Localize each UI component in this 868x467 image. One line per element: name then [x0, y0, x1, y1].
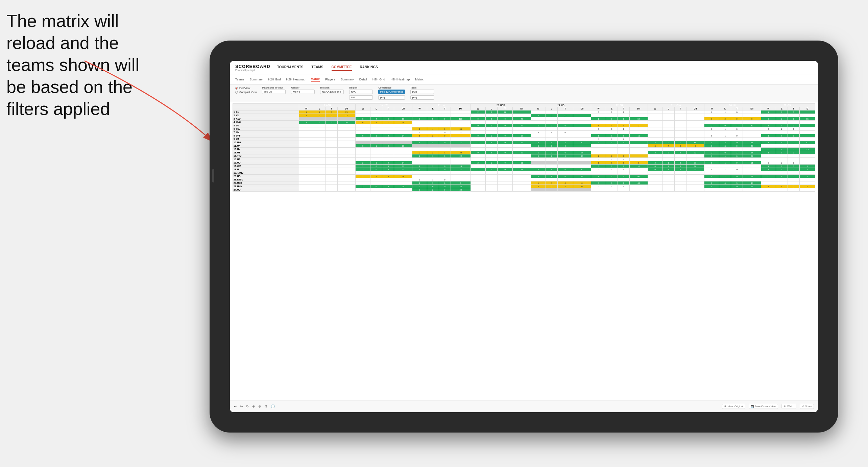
matrix-cell — [439, 161, 451, 165]
matrix-cell: 2 — [776, 127, 788, 131]
matrix-cell: 29 — [451, 188, 471, 192]
subnav-summary2[interactable]: Summary — [341, 77, 354, 82]
table-row: 19. TAMU — [233, 171, 815, 175]
refresh-icon[interactable]: ⟳ — [246, 404, 249, 408]
nav-teams[interactable]: TEAMS — [312, 64, 323, 71]
gender-select[interactable]: Men's — [291, 90, 315, 94]
matrix-cell: 1 — [719, 175, 731, 178]
share-btn[interactable]: ↗ Share — [800, 404, 814, 409]
matrix-cell — [314, 144, 326, 148]
matrix-cell — [412, 110, 427, 114]
full-view-radio-btn[interactable] — [235, 87, 238, 90]
matrix-cell — [513, 114, 531, 117]
matrix-cell — [356, 151, 370, 154]
max-teams-select[interactable]: Top 25 — [262, 90, 286, 94]
subnav-teams[interactable]: Teams — [235, 77, 244, 82]
clock-icon[interactable]: 🕐 — [271, 404, 275, 408]
zoom-out-icon[interactable]: ⊖ — [258, 404, 261, 408]
matrix-cell: 1 — [299, 110, 314, 114]
matrix-cell — [356, 131, 370, 134]
matrix-cell: 2 — [485, 151, 497, 154]
nav-tournaments[interactable]: TOURNAMENTS — [277, 64, 304, 71]
matrix-cell — [485, 154, 497, 158]
team-select[interactable]: (All) — [410, 90, 434, 94]
region-select[interactable]: N/A — [349, 90, 373, 94]
subnav-h2h-heatmap[interactable]: H2H Heatmap — [286, 77, 306, 82]
matrix-cell: 26 — [573, 151, 591, 154]
matrix-cell — [394, 131, 412, 134]
matrix-cell — [299, 185, 314, 188]
matrix-cell: 2 — [704, 124, 719, 127]
settings-icon[interactable]: ⚙ — [264, 404, 267, 408]
save-custom-btn[interactable]: 💾 Save Custom View — [749, 404, 778, 409]
matrix-cell: 0 — [412, 188, 427, 192]
matrix-cell — [630, 131, 648, 134]
nav-rankings[interactable]: RANKINGS — [360, 64, 378, 71]
view-original-label: View: Original — [728, 405, 743, 408]
matrix-cell — [686, 134, 704, 138]
subnav-summary[interactable]: Summary — [250, 77, 263, 82]
matrix-cell: 1 — [370, 175, 382, 178]
subnav-h2h-grid2[interactable]: H2H Grid — [372, 77, 385, 82]
undo-icon[interactable]: ↩ — [234, 404, 237, 408]
matrix-cell — [299, 144, 314, 148]
matrix-cell — [326, 141, 337, 144]
matrix-cell: 0 — [531, 168, 546, 171]
matrix-cell: 0 — [618, 175, 630, 178]
matrix-cell — [630, 171, 648, 175]
matrix-cell — [788, 114, 799, 117]
compact-view-radio[interactable]: Compact View — [235, 91, 257, 94]
subnav-players[interactable]: Players — [325, 77, 335, 82]
row-label: 10. UW — [233, 141, 299, 144]
matrix-cell — [557, 138, 573, 141]
sh-su-w: W — [591, 107, 606, 110]
matrix-cell: 10 — [573, 168, 591, 171]
redo-icon[interactable]: ↪ — [240, 404, 243, 408]
matrix-cell: 0 — [731, 127, 743, 131]
matrix-cell: 1 — [662, 168, 674, 171]
sh-uo-w: W — [531, 107, 546, 110]
subnav-h2h-heatmap2[interactable]: H2H Heatmap — [390, 77, 410, 82]
matrix-cell — [337, 158, 356, 161]
table-row: 20. UG110340102311040010130101 — [233, 175, 815, 178]
matrix-cell: 1 — [606, 127, 618, 131]
matrix-cell: 1 — [719, 127, 731, 131]
matrix-cell — [630, 114, 648, 117]
matrix-cell — [573, 117, 591, 121]
zoom-in-icon[interactable]: ⊕ — [252, 404, 255, 408]
region-select2[interactable]: N/A — [349, 95, 373, 100]
matrix-cell: 5 — [427, 117, 439, 121]
subnav-matrix[interactable]: Matrix — [311, 77, 320, 82]
conference-select2[interactable]: (All) — [378, 95, 405, 100]
matrix-cell — [662, 134, 674, 138]
view-original-btn[interactable]: 👁 View: Original — [722, 404, 745, 409]
compact-view-radio-btn[interactable] — [235, 91, 238, 94]
full-view-radio[interactable]: Full View — [235, 87, 257, 90]
row-label: 1. AU — [233, 110, 299, 114]
division-select[interactable]: NCAA Division I — [320, 90, 344, 94]
matrix-cell — [451, 148, 471, 151]
subnav-matrix2[interactable]: Matrix — [415, 77, 424, 82]
watch-btn[interactable]: 👁 Watch — [781, 404, 796, 409]
matrix-cell — [471, 127, 485, 131]
matrix-cell — [731, 188, 743, 192]
sh-uo-dif: Dif — [573, 107, 591, 110]
matrix-cell: 0 — [731, 110, 743, 114]
subnav-h2h-grid[interactable]: H2H Grid — [268, 77, 281, 82]
matrix-cell: 1 — [704, 181, 719, 185]
table-row: 14. TTU211220203012001029 — [233, 154, 815, 158]
matrix-cell — [513, 148, 531, 151]
region-filter: Region N/A N/A — [349, 87, 373, 100]
matrix-cell: 0 — [704, 127, 719, 131]
conference-select[interactable]: Pac-12 Conference — [378, 90, 405, 94]
matrix-cell — [356, 114, 370, 117]
subnav-detail[interactable]: Detail — [359, 77, 367, 82]
matrix-cell — [719, 121, 731, 124]
nav-committee[interactable]: COMMITTEE — [332, 64, 352, 71]
matrix-cell: 12 — [686, 151, 704, 154]
matrix-cell: 0 — [557, 154, 573, 158]
matrix-cell — [731, 158, 743, 161]
matrix-cell: 0 — [731, 185, 743, 188]
matrix-cell: 2 — [356, 161, 370, 165]
team-select2[interactable]: (All) — [410, 95, 434, 100]
